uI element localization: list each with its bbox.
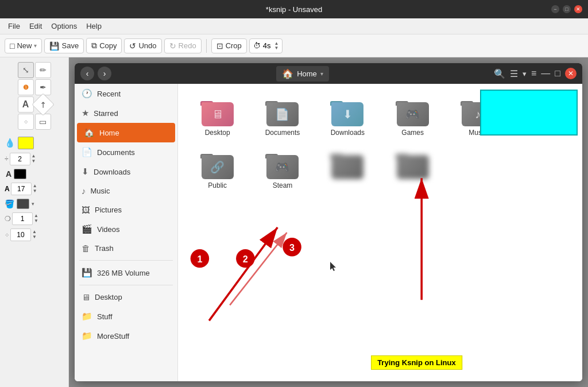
primary-color-swatch[interactable] — [18, 137, 34, 149]
fm-maximize-button[interactable]: □ — [555, 68, 560, 79]
sidebar-item-music[interactable]: ♪ Music — [75, 181, 177, 200]
canvas-area[interactable]: ‹ › 🏠 Home ▾ 🔍 ☰ ▾ ≡ — □ — [69, 57, 588, 387]
fm-view-button[interactable]: ☰ — [510, 68, 518, 79]
opacity-input[interactable] — [12, 212, 33, 225]
sidebar-item-trash[interactable]: 🗑 Trash — [75, 239, 177, 258]
sidebar-item-morestuff[interactable]: 📁 MoreStuff — [75, 326, 177, 346]
sidebar-item-documents[interactable]: 📄 Documents — [75, 142, 177, 162]
fm-close-button[interactable]: ✕ — [565, 68, 577, 79]
fill-color-swatch[interactable] — [17, 199, 29, 209]
yellow-annotation-label: Trying Ksnip on Linux — [371, 355, 462, 370]
font-a-icon: A — [6, 169, 11, 179]
menu-help[interactable]: Help — [83, 21, 105, 32]
num-input[interactable] — [10, 229, 31, 241]
folder-desktop[interactable]: 🖥 Desktop — [187, 93, 247, 141]
folder-steam[interactable]: 🎮 Steam — [252, 146, 312, 194]
opacity-row: ❍ ▲ ▼ — [2, 211, 66, 226]
sidebar-item-desktop[interactable]: 🖥 Desktop — [75, 288, 177, 307]
menu-options[interactable]: Options — [48, 21, 80, 32]
pen-tool[interactable]: ✏ — [35, 62, 51, 78]
fm-location-label: Home — [297, 69, 317, 78]
app-window: *ksnip - Unsaved − □ ✕ File Edit Options… — [0, 0, 588, 387]
timer-down[interactable]: ▼ — [274, 46, 279, 51]
maximize-button[interactable]: □ — [563, 5, 571, 13]
fm-sidebar: 🕐 Recent ★ Starred 🏠 Home 📄 — [75, 84, 178, 381]
num-icon: ⁘ — [5, 232, 9, 238]
redo-button[interactable]: ↻ Redo — [164, 38, 202, 53]
new-button[interactable]: □ New ▾ — [5, 38, 42, 53]
recent-icon: 🕐 — [82, 88, 92, 99]
fill-arrow[interactable]: ▾ — [32, 201, 34, 207]
folder-public[interactable]: 🔗 Public — [187, 146, 247, 194]
sidebar-divider — [79, 260, 173, 261]
trash-icon: 🗑 — [82, 243, 90, 253]
toolbar: □ New ▾ 💾 Save ⧉ Copy ↺ Undo ↻ Redo ⊡ Cr… — [0, 34, 588, 57]
sidebar-item-videos[interactable]: 🎬 Videos — [75, 219, 177, 239]
font-size-down[interactable]: ▼ — [33, 189, 37, 194]
save-button[interactable]: 💾 Save — [44, 38, 84, 53]
fill-icon[interactable]: 🪣 — [5, 199, 14, 208]
folder-downloads[interactable]: ⬇ Downloads — [318, 93, 378, 141]
timer-control: ⏱ 4s ▲ ▼ — [249, 38, 283, 53]
copy-button[interactable]: ⧉ Copy — [86, 38, 122, 53]
folder-blurred2[interactable] — [382, 146, 443, 194]
documents-icon: 📄 — [82, 147, 92, 157]
close-button[interactable]: ✕ — [574, 5, 582, 13]
svg-line-8 — [230, 233, 287, 305]
timer-spinner: ▲ ▼ — [274, 41, 279, 51]
undo-button[interactable]: ↺ Undo — [124, 38, 161, 53]
fm-search-button[interactable]: 🔍 — [494, 68, 505, 79]
sidebar-item-pictures[interactable]: 🖼 Pictures — [75, 200, 177, 219]
sidebar-stuff-label: Stuff — [97, 312, 113, 321]
size-down[interactable]: ▼ — [32, 159, 36, 164]
select-tool[interactable]: ⤡ — [18, 62, 34, 78]
font-color-swatch[interactable] — [14, 169, 26, 179]
size-row: ÷ 2 ▲ ▼ — [2, 152, 66, 167]
svg-point-0 — [191, 249, 209, 268]
folder-public-label: Public — [208, 181, 227, 189]
text-tool[interactable]: A — [18, 96, 34, 113]
folder-games[interactable]: 🎮 Games — [382, 93, 443, 141]
fm-minimize-button[interactable]: — — [541, 68, 550, 79]
fm-back-button[interactable]: ‹ — [80, 67, 94, 80]
fm-titlebar: ‹ › 🏠 Home ▾ 🔍 ☰ ▾ ≡ — □ — [75, 63, 582, 84]
dot-grid-tool[interactable]: ⁘ — [18, 114, 34, 130]
menu-file[interactable]: File — [5, 21, 24, 32]
font-size-num-row: A 17 ▲ ▼ — [2, 181, 66, 196]
marker-tool[interactable]: ✒ — [35, 79, 51, 95]
tool-row-2: ❶ ✒ — [2, 79, 66, 95]
size-input[interactable]: 2 — [10, 153, 30, 165]
sidebar-item-home[interactable]: 🏠 Home — [77, 123, 175, 142]
fm-forward-button[interactable]: › — [98, 67, 111, 80]
sidebar-item-downloads[interactable]: ⬇ Downloads — [75, 162, 177, 181]
menu-edit[interactable]: Edit — [26, 21, 45, 32]
dropper-icon[interactable]: 💧 — [5, 138, 16, 148]
sidebar-item-volume[interactable]: 💾 326 MB Volume — [75, 263, 177, 282]
font-size-input[interactable]: 17 — [11, 183, 32, 195]
fm-location-bar[interactable]: 🏠 Home ▾ — [276, 66, 329, 82]
cursor — [330, 262, 337, 271]
opacity-down[interactable]: ▼ — [34, 219, 38, 224]
num-down[interactable]: ▼ — [32, 235, 37, 240]
sidebar-trash-label: Trash — [95, 244, 114, 253]
music-icon: ♪ — [82, 186, 86, 196]
fm-view2-button[interactable]: ▾ — [523, 69, 527, 78]
folder-blurred1[interactable] — [318, 146, 378, 194]
fm-nav-buttons: ‹ › — [80, 67, 111, 80]
fm-menu-button[interactable]: ≡ — [531, 68, 536, 79]
volume-icon: 💾 — [82, 268, 92, 278]
cyan-rectangle-annotation — [480, 90, 578, 136]
arrow-tool[interactable]: ↗ — [32, 93, 55, 116]
sidebar-pictures-label: Pictures — [95, 206, 122, 214]
sidebar-item-recent[interactable]: 🕐 Recent — [75, 84, 177, 103]
sidebar-documents-label: Documents — [97, 148, 135, 157]
sidebar-item-starred[interactable]: ★ Starred — [75, 103, 177, 123]
crop-button[interactable]: ⊡ Crop — [211, 38, 247, 53]
sidebar-item-stuff[interactable]: 📁 Stuff — [75, 307, 177, 326]
number-tool[interactable]: ❶ — [18, 79, 34, 95]
screenshot-content: ‹ › 🏠 Home ▾ 🔍 ☰ ▾ ≡ — □ — [75, 63, 582, 381]
folder-desktop-label: Desktop — [205, 129, 230, 137]
minimize-button[interactable]: − — [551, 5, 559, 13]
folder-documents[interactable]: 📄 Documents — [252, 93, 312, 141]
rect-tool[interactable]: ▭ — [35, 114, 51, 130]
